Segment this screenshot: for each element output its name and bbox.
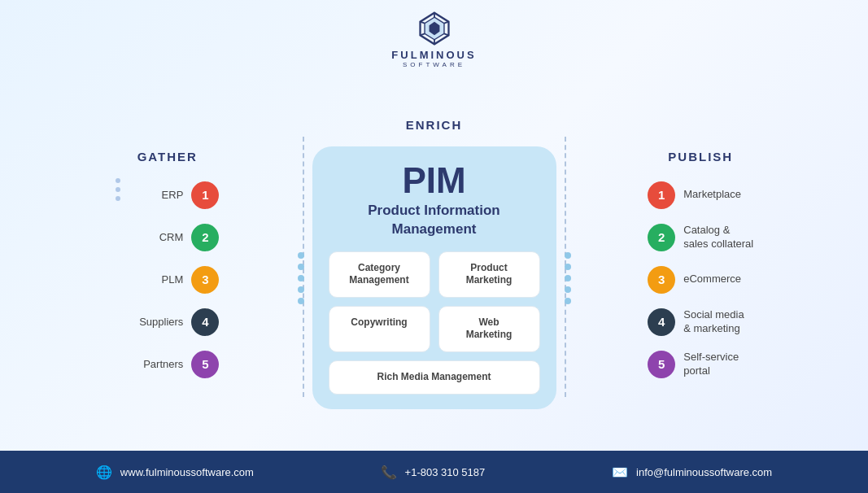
badge-4-publish: 4	[648, 308, 675, 336]
badge-2-publish: 2	[648, 224, 675, 251]
pim-subtitle: Product InformationManagement	[368, 202, 499, 238]
content-area: FULMINOUS SOFTWARE GATHER ERP	[0, 0, 868, 451]
list-item: 5 Self-serviceportal	[648, 351, 753, 378]
badge-2-gather: 2	[191, 224, 219, 251]
publish-items: 1 Marketplace 2 Catalog &sales collatera…	[648, 181, 753, 378]
pim-title: PIM	[402, 163, 465, 199]
logo-text: FULMINOUS	[391, 49, 476, 61]
footer-phone: 📞 +1-803 310 5187	[381, 465, 486, 480]
list-item: 2 Catalog &sales collateral	[648, 224, 753, 251]
gather-label-partners: Partners	[143, 358, 183, 370]
list-item: PLM 3	[139, 266, 219, 294]
badge-4-gather: 4	[191, 308, 219, 336]
badge-1-publish: 1	[648, 181, 675, 209]
publish-header: PUBLISH	[668, 150, 733, 164]
page-wrapper: FULMINOUS SOFTWARE GATHER ERP	[0, 0, 868, 493]
connector-dot	[298, 298, 304, 304]
badge-1-gather: 1	[191, 181, 219, 209]
pim-cell-rich-media: Rich Media Management	[329, 360, 540, 395]
pim-cell-category-management: CategoryManagement	[329, 251, 430, 298]
list-item: CRM 2	[139, 224, 219, 251]
publish-column: PUBLISH 1 Marketplace 2 Catalog &sales c…	[566, 150, 836, 378]
globe-icon: 🌐	[96, 465, 112, 480]
dot-decoration	[116, 178, 120, 201]
list-item: 3 eCommerce	[648, 266, 753, 294]
connector-dot	[298, 275, 304, 281]
publish-label-social: Social media& marketing	[683, 308, 744, 336]
list-item: ERP 1	[139, 181, 219, 209]
gather-items: ERP 1 CRM 2 PLM 3	[139, 181, 219, 378]
phone-icon: 📞	[381, 465, 397, 480]
connector-dot	[565, 275, 571, 281]
pim-cell-copywriting: Copywriting	[329, 306, 430, 352]
gather-label-crm: CRM	[159, 231, 184, 243]
pim-box: PIM Product InformationManagement Catego…	[312, 146, 556, 408]
pim-cell-product-marketing: ProductMarketing	[438, 251, 540, 298]
logo-icon	[416, 10, 453, 47]
gather-header: GATHER	[137, 150, 198, 164]
gather-label-suppliers: Suppliers	[139, 316, 183, 328]
footer-website-text: www.fulminoussoftware.com	[120, 466, 254, 478]
footer-phone-text: +1-803 310 5187	[405, 466, 486, 478]
logo-subtext: SOFTWARE	[403, 61, 465, 68]
list-item: 4 Social media& marketing	[648, 308, 753, 336]
connector-dot	[298, 264, 304, 270]
connector-dot	[565, 286, 571, 293]
list-item: 1 Marketplace	[648, 181, 753, 209]
enrich-header: ENRICH	[406, 118, 463, 132]
badge-3-publish: 3	[648, 266, 675, 294]
connector-dot	[565, 252, 571, 259]
badge-5-publish: 5	[648, 351, 675, 378]
pim-cell-web-marketing: WebMarketing	[438, 306, 540, 352]
logo-area: FULMINOUS SOFTWARE	[391, 10, 476, 68]
pim-connectors-left	[298, 252, 304, 304]
pim-connectors-right	[565, 252, 571, 304]
footer: 🌐 www.fulminoussoftware.com 📞 +1-803 310…	[0, 451, 868, 493]
badge-3-gather: 3	[191, 266, 219, 294]
list-item: Suppliers 4	[139, 308, 219, 336]
publish-label-selfservice: Self-serviceportal	[683, 351, 739, 378]
footer-email-text: info@fulminoussoftware.com	[636, 466, 772, 478]
connector-dot	[298, 286, 304, 293]
connector-dot	[298, 252, 304, 259]
footer-website: 🌐 www.fulminoussoftware.com	[96, 465, 254, 480]
connector-dot	[565, 298, 571, 304]
diagram: GATHER ERP 1	[0, 76, 868, 451]
list-item: Partners 5	[139, 351, 219, 378]
publish-label-catalog: Catalog &sales collateral	[683, 224, 753, 251]
enrich-column: ENRICH	[304, 118, 565, 408]
gather-label-erp: ERP	[162, 189, 184, 201]
email-icon: ✉️	[612, 465, 628, 480]
pim-grid: CategoryManagement ProductMarketing Copy…	[329, 251, 540, 395]
gather-column: GATHER ERP 1	[33, 150, 303, 378]
connector-dot	[565, 264, 571, 270]
publish-label-ecommerce: eCommerce	[683, 273, 741, 286]
badge-5-gather: 5	[191, 351, 219, 378]
publish-label-marketplace: Marketplace	[683, 188, 741, 202]
footer-email: ✉️ info@fulminoussoftware.com	[612, 465, 772, 480]
gather-label-plm: PLM	[162, 273, 184, 286]
